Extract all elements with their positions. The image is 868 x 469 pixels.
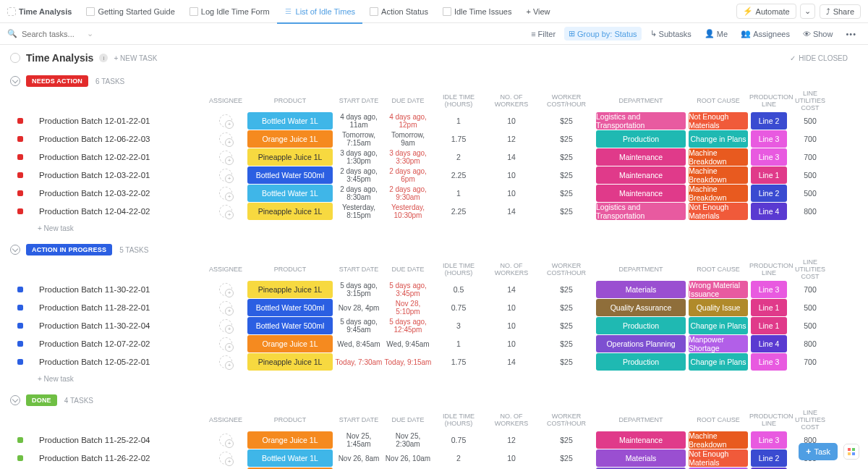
status-bullet[interactable] xyxy=(17,190,23,196)
workers[interactable]: 10 xyxy=(485,117,538,125)
status-bullet[interactable] xyxy=(17,208,23,214)
col-util[interactable]: LINE UTILITIES COST xyxy=(788,90,832,111)
line-chip[interactable]: Line 3 xyxy=(751,353,787,371)
col-cost[interactable]: WORKER COST/HOUR xyxy=(538,413,595,427)
dept-chip[interactable]: Quality Assurance xyxy=(596,299,686,316)
group-collapse-icon[interactable] xyxy=(10,395,20,405)
col-line[interactable]: PRODUCTION LINE xyxy=(749,262,788,276)
product-chip[interactable]: Orange Juice 1L xyxy=(247,335,333,352)
start-date[interactable]: Yesterday, 8:15pm xyxy=(334,203,383,219)
col-line[interactable]: PRODUCTION LINE xyxy=(749,413,788,427)
search-input-wrap[interactable]: 🔍 ⌄ xyxy=(7,29,101,38)
assignee-add[interactable] xyxy=(219,337,232,350)
due-date[interactable]: 5 days ago, 3:45pm xyxy=(383,282,433,297)
col-dept[interactable]: DEPARTMENT xyxy=(595,416,687,423)
start-date[interactable]: Nov 25, 1:45am xyxy=(334,432,383,448)
due-date[interactable]: 2 days ago, 9:30am xyxy=(383,185,433,201)
status-bullet[interactable] xyxy=(17,154,23,160)
status-bullet[interactable] xyxy=(17,359,23,365)
assignee-add[interactable] xyxy=(219,319,232,332)
due-date[interactable]: Nov 28, 5:10pm xyxy=(383,300,433,316)
col-due[interactable]: DUE DATE xyxy=(383,416,433,423)
util-cost[interactable]: 700 xyxy=(788,285,832,294)
workers[interactable]: 10 xyxy=(485,303,538,312)
task-name[interactable]: Production Batch 12-06-22-03 xyxy=(30,135,205,143)
start-date[interactable]: Today, 7:30am xyxy=(334,358,383,366)
dept-chip[interactable]: Production xyxy=(596,130,686,148)
util-cost[interactable]: 500 xyxy=(788,303,832,312)
cost[interactable]: $25 xyxy=(538,189,595,198)
section-toggle-icon[interactable] xyxy=(10,53,20,63)
status-pill[interactable]: ACTION IN PROGRESS xyxy=(26,244,112,255)
line-chip[interactable]: Line 3 xyxy=(751,148,787,166)
col-root[interactable]: ROOT CAUSE xyxy=(687,416,749,423)
due-date[interactable]: Yesterday, 10:30pm xyxy=(383,203,433,219)
col-idle[interactable]: IDLE TIME (HOURS) xyxy=(433,262,485,276)
automate-button[interactable]: ⚡Automate xyxy=(736,4,796,19)
col-root[interactable]: ROOT CAUSE xyxy=(687,266,749,273)
status-bullet[interactable] xyxy=(17,437,23,443)
idle-hours[interactable]: 0.75 xyxy=(433,303,485,312)
fab-apps-button[interactable] xyxy=(843,444,859,460)
line-chip[interactable]: Line 2 xyxy=(751,112,787,130)
task-name[interactable]: Production Batch 12-04-22-02 xyxy=(30,207,205,216)
idle-hours[interactable]: 2.25 xyxy=(433,207,485,216)
util-cost[interactable]: 700 xyxy=(788,153,832,161)
idle-hours[interactable]: 1 xyxy=(433,117,485,125)
start-date[interactable]: Nov 28, 4pm xyxy=(334,304,383,312)
util-cost[interactable]: 500 xyxy=(788,171,832,179)
idle-hours[interactable]: 0.5 xyxy=(433,285,485,294)
dept-chip[interactable]: Operations Planning xyxy=(596,335,686,352)
hide-closed-toggle[interactable]: ✓ HIDE CLOSED xyxy=(790,54,858,62)
product-chip[interactable]: Pineapple Juice 1L xyxy=(247,203,333,220)
dept-chip[interactable]: Materials xyxy=(596,281,686,298)
assignee-add[interactable] xyxy=(219,434,232,447)
product-chip[interactable]: Bottled Water 500ml xyxy=(247,299,333,316)
assignee-add[interactable] xyxy=(219,283,232,296)
product-chip[interactable]: Pineapple Juice 1L xyxy=(247,148,333,166)
new-task-row[interactable]: + New task xyxy=(10,220,868,232)
groupby-button[interactable]: ⊞Group by: Status xyxy=(564,27,642,41)
due-date[interactable]: Nov 26, 10am xyxy=(383,455,433,462)
idle-hours[interactable]: 2.25 xyxy=(433,171,485,179)
tab-getting-started[interactable]: Getting Started Guide xyxy=(79,0,182,23)
dept-chip[interactable]: Maintenance xyxy=(596,185,686,202)
assignee-add[interactable] xyxy=(219,355,232,368)
assignee-add[interactable] xyxy=(219,151,232,164)
col-start[interactable]: START DATE xyxy=(334,416,383,423)
product-chip[interactable]: Pineapple Juice 1L xyxy=(247,353,333,371)
task-name[interactable]: Production Batch 11-30-22-01 xyxy=(30,285,205,294)
status-bullet[interactable] xyxy=(17,118,23,124)
workers[interactable]: 10 xyxy=(485,454,538,462)
col-start[interactable]: START DATE xyxy=(334,266,383,273)
workers[interactable]: 10 xyxy=(485,171,538,179)
line-chip[interactable]: Line 3 xyxy=(751,130,787,148)
product-chip[interactable]: Pineapple Juice 1L xyxy=(247,281,333,298)
product-chip[interactable]: Orange Juice 1L xyxy=(247,130,333,148)
dept-chip[interactable]: Production xyxy=(596,317,686,334)
col-util[interactable]: LINE UTILITIES COST xyxy=(788,409,832,431)
util-cost[interactable]: 800 xyxy=(788,207,832,216)
status-bullet[interactable] xyxy=(17,172,23,178)
dept-chip[interactable]: Maintenance xyxy=(596,148,686,166)
util-cost[interactable]: 800 xyxy=(788,339,832,348)
dept-chip[interactable]: Maintenance xyxy=(596,431,686,449)
util-cost[interactable]: 500 xyxy=(788,321,832,330)
tab-list-idle-times[interactable]: List of Idle Times xyxy=(277,0,363,23)
dept-chip[interactable]: Maintenance xyxy=(596,166,686,184)
line-chip[interactable]: Line 1 xyxy=(751,166,787,184)
col-idle[interactable]: IDLE TIME (HOURS) xyxy=(433,93,485,108)
cost[interactable]: $25 xyxy=(538,339,595,348)
root-chip[interactable]: Change in Plans xyxy=(689,353,748,371)
space-title[interactable]: Time Analysis xyxy=(7,0,79,23)
task-name[interactable]: Production Batch 12-05-22-01 xyxy=(30,358,205,366)
cost[interactable]: $25 xyxy=(538,454,595,462)
cost[interactable]: $25 xyxy=(538,358,595,366)
group-collapse-icon[interactable] xyxy=(10,245,20,255)
assignee-add[interactable] xyxy=(219,114,232,127)
start-date[interactable]: 5 days ago, 9:45am xyxy=(334,318,383,334)
util-cost[interactable]: 500 xyxy=(788,189,832,198)
info-icon[interactable]: i xyxy=(99,54,108,62)
task-name[interactable]: Production Batch 11-28-22-01 xyxy=(30,303,205,312)
workers[interactable]: 14 xyxy=(485,207,538,216)
